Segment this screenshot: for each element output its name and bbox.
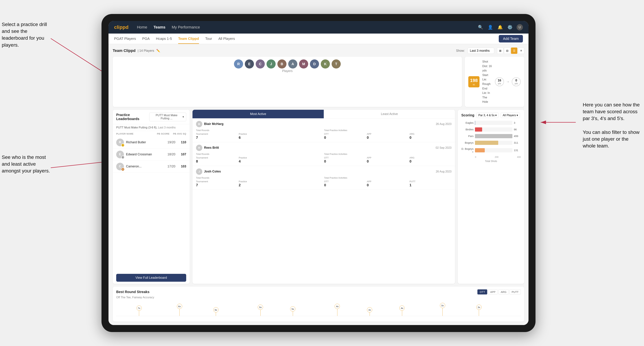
activity-avatar-1[interactable]: B bbox=[196, 121, 202, 127]
tab-tour[interactable]: Tour bbox=[205, 33, 212, 44]
chart-bar-pars bbox=[475, 134, 512, 138]
avatar[interactable]: K bbox=[321, 59, 330, 68]
streak-point-5x-1: 5x bbox=[258, 305, 263, 316]
stat-tournament-label-1: Tournament 7 bbox=[196, 133, 238, 140]
activity-date-2: 02 Sep 2023 bbox=[436, 146, 452, 149]
avatar[interactable]: D bbox=[310, 59, 319, 68]
person-icon[interactable]: 👤 bbox=[487, 24, 494, 30]
tab-pgat-players[interactable]: PGAT Players bbox=[114, 33, 136, 44]
view-icon-grid3[interactable]: ⊟ bbox=[504, 47, 510, 54]
annotation-practice-drill: Select a practice drill and see the lead… bbox=[2, 21, 51, 48]
list-item: R Rees Britt 02 Sep 2023 Total Rounds bbox=[192, 142, 455, 166]
edit-icon[interactable]: ✏️ bbox=[156, 49, 160, 53]
content-area: Team Clippd | 14 Players ✏️ Show: Last 3… bbox=[108, 44, 528, 325]
view-full-leaderboard-button[interactable]: View Full Leaderboard bbox=[116, 274, 186, 282]
navbar-link-home[interactable]: Home bbox=[137, 25, 147, 29]
shot-badge-sub: sc bbox=[473, 83, 475, 86]
bell-icon[interactable]: 🔔 bbox=[497, 24, 503, 30]
lb-name-1: Richard Butler bbox=[126, 141, 163, 144]
annotation-most-least-active: See who is the most and least active amo… bbox=[2, 154, 51, 174]
settings-icon[interactable]: ⚙️ bbox=[507, 24, 513, 30]
col-player: PLAYER NAME bbox=[116, 133, 157, 135]
avatar[interactable]: M bbox=[299, 59, 308, 68]
avatar[interactable]: R bbox=[234, 59, 243, 68]
streak-point-6x-1: 6x bbox=[177, 304, 182, 316]
leaderboard-header: Practice Leaderboards PUTT Must Make Put… bbox=[113, 110, 190, 124]
yds-circle-1: 16 yds bbox=[495, 77, 504, 86]
chart-bar-birdies bbox=[475, 127, 482, 132]
activity-card: Most Active Least Active B Blair McHarg … bbox=[192, 110, 455, 284]
table-row: E 2 Edward Crossman 18/20 107 bbox=[113, 149, 190, 161]
navbar-links: Home Teams My Performance bbox=[137, 25, 478, 29]
activity-avatar-3[interactable]: J bbox=[196, 169, 202, 175]
avatar[interactable]: C bbox=[256, 59, 265, 68]
activity-tabs: Most Active Least Active bbox=[192, 110, 455, 119]
add-team-button[interactable]: Add Team bbox=[499, 35, 523, 42]
stat-ott-2: OTT 0 bbox=[324, 156, 366, 163]
search-icon[interactable]: 🔍 bbox=[478, 24, 484, 30]
list-item: J Josh Coles 26 Aug 2023 Total Rounds bbox=[192, 166, 455, 190]
drill-label: PUTT Must Make Putting ... bbox=[152, 114, 182, 120]
lb-score-1: 19/20 bbox=[165, 141, 175, 144]
list-item: B Blair McHarg 26 Aug 2023 Total Rounds bbox=[192, 119, 455, 142]
stat-total-practice-label-2: Total Practice Activities bbox=[324, 153, 366, 156]
stat-arg-1: ARG 0 bbox=[410, 133, 452, 140]
lb-badge-gold: 1 bbox=[121, 144, 124, 147]
chart-label-eagles: Eagles bbox=[461, 121, 474, 124]
stat-arg-2: ARG 0 bbox=[410, 156, 452, 163]
table-row: C 3 Cameron... 17/20 103 bbox=[113, 161, 190, 173]
show-label: Show: bbox=[456, 49, 465, 53]
tab-least-active[interactable]: Least Active bbox=[324, 110, 455, 118]
avatar[interactable]: J bbox=[266, 59, 276, 68]
stat-app-2: APP 0 bbox=[367, 156, 409, 163]
scoring-filter-players[interactable]: All Players ▾ bbox=[501, 113, 520, 118]
avatar[interactable]: T bbox=[332, 59, 341, 68]
activity-stats-1: Total Rounds Total Practice Activities bbox=[196, 129, 452, 140]
avatar[interactable]: B bbox=[278, 59, 286, 68]
scoring-title: Scoring bbox=[461, 113, 474, 117]
activity-stats-3: Total Rounds Total Practice Activities bbox=[196, 176, 452, 187]
stat-tournament-2: Tournament 8 bbox=[196, 156, 238, 163]
navbar-link-teams[interactable]: Teams bbox=[154, 25, 166, 29]
tab-most-active[interactable]: Most Active bbox=[192, 110, 324, 118]
chart-bar-bogeys bbox=[475, 141, 498, 145]
activity-name-1: Blair McHarg bbox=[204, 122, 434, 126]
avatar[interactable]: A bbox=[288, 59, 297, 68]
tab-team-clippd[interactable]: Team Clippd bbox=[178, 33, 199, 44]
streaks-filter-ott[interactable]: OTT bbox=[478, 289, 487, 295]
chart-value-dbogeys: 131 bbox=[514, 149, 521, 152]
x-label-200: 200 bbox=[495, 156, 498, 158]
tablet-device: clippd Home Teams My Performance 🔍 👤 🔔 ⚙… bbox=[102, 14, 536, 332]
drill-dropdown[interactable]: PUTT Must Make Putting ... ▾ bbox=[149, 113, 186, 121]
activity-rows: B Blair McHarg 26 Aug 2023 Total Rounds bbox=[192, 119, 455, 284]
stat-spacer bbox=[239, 129, 281, 132]
show-select[interactable]: Last 3 months Last 6 months Last year bbox=[468, 48, 494, 54]
view-icon-grid2[interactable]: ⊞ bbox=[497, 47, 503, 54]
team-name: Team Clippd bbox=[113, 48, 136, 53]
main-grid: Practice Leaderboards PUTT Must Make Put… bbox=[113, 110, 524, 284]
tab-hcaps[interactable]: Hcaps 1-5 bbox=[156, 33, 172, 44]
stat-practice-label-1: Practice 6 bbox=[239, 133, 281, 140]
navbar-link-performance[interactable]: My Performance bbox=[172, 25, 200, 29]
subnav-tabs: PGAT Players PGA Hcaps 1-5 Team Clippd T… bbox=[114, 33, 235, 44]
avatar-icon[interactable]: U bbox=[516, 24, 523, 30]
view-icon-grid1[interactable]: ☰ bbox=[511, 47, 517, 54]
tab-all-players[interactable]: All Players bbox=[218, 33, 235, 44]
view-icon-list[interactable]: ≡ bbox=[518, 47, 524, 54]
chart-value-pars: 499 bbox=[514, 135, 521, 138]
activity-avatar-2[interactable]: R bbox=[196, 145, 202, 151]
avatar[interactable]: E bbox=[245, 59, 254, 68]
scoring-filter-pars[interactable]: Par 3, 4 & 5s ▾ bbox=[476, 113, 498, 118]
tablet-screen: clippd Home Teams My Performance 🔍 👤 🔔 ⚙… bbox=[108, 21, 528, 325]
streaks-filter-putt[interactable]: PUTT bbox=[510, 289, 521, 295]
stat-app-3: APP 0 bbox=[367, 180, 409, 187]
streaks-filter-app[interactable]: APP bbox=[488, 289, 498, 295]
yds-num-1: 16 bbox=[498, 79, 501, 82]
tab-pga[interactable]: PGA bbox=[142, 33, 150, 44]
lb-avatar-1[interactable]: R 1 bbox=[116, 139, 124, 146]
streaks-filter-arg[interactable]: ARG bbox=[498, 289, 509, 295]
lb-avatar-2[interactable]: E 2 bbox=[116, 151, 124, 158]
top-section: R E C J B A M D K T Players bbox=[113, 57, 524, 107]
navbar: clippd Home Teams My Performance 🔍 👤 🔔 ⚙… bbox=[108, 21, 528, 33]
lb-avatar-3[interactable]: C 3 bbox=[116, 163, 124, 170]
